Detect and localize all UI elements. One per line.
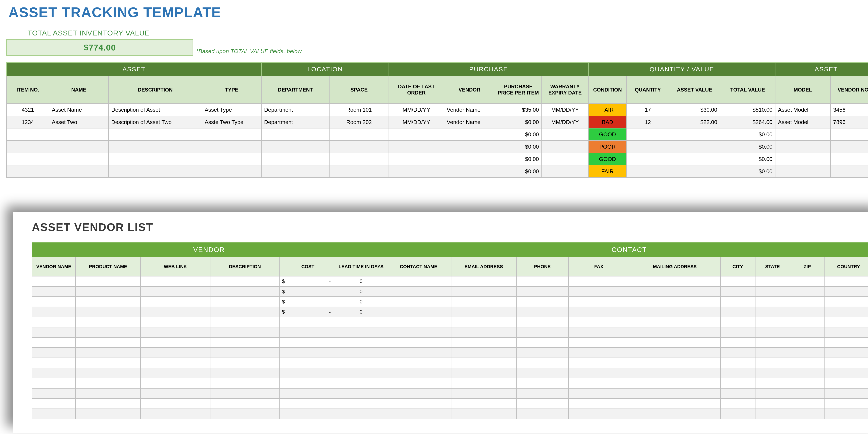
cell-department[interactable] [261,165,329,178]
vhdr-phone[interactable]: PHONE [516,257,568,276]
vendor-cell[interactable] [755,276,790,286]
vendor-cell[interactable] [790,317,825,327]
vendor-cell[interactable] [141,368,210,378]
vendor-cell[interactable] [75,409,141,419]
vendor-cell[interactable] [451,286,516,297]
vendor-cell[interactable] [386,317,451,327]
vendor-cell[interactable] [280,327,336,337]
cell-vendor[interactable]: Vendor Name [444,104,495,116]
vendor-cell[interactable] [210,307,280,317]
cell-total_value[interactable]: $0.00 [720,141,775,153]
cell-quantity[interactable]: 12 [627,116,669,128]
vendor-cell[interactable] [720,317,755,327]
vendor-cell[interactable] [336,337,386,348]
vendor-cell[interactable] [720,348,755,358]
cell-price_per_item[interactable]: $0.00 [495,165,541,178]
vendor-cell[interactable] [629,297,720,307]
cell-price_per_item[interactable]: $0.00 [495,141,541,153]
table-row[interactable]: $-0 [32,297,868,307]
vendor-cell[interactable] [516,297,568,307]
table-row[interactable]: $0.00POOR$0.00 [7,141,868,153]
vendor-cell[interactable] [568,358,629,368]
vendor-cell[interactable] [32,368,75,378]
vendor-cell[interactable] [568,348,629,358]
vendor-cell[interactable] [210,409,280,419]
cell-name[interactable] [49,128,108,141]
cell-space[interactable] [329,141,389,153]
vendor-cell[interactable] [280,317,336,327]
table-row[interactable] [32,409,868,419]
vendor-cell[interactable] [516,378,568,389]
table-row[interactable] [32,358,868,368]
vendor-cell[interactable] [629,409,720,419]
cell-description[interactable] [108,153,202,165]
vendor-cell[interactable] [451,276,516,286]
vendor-cell[interactable] [516,286,568,297]
vendor-cell[interactable] [568,327,629,337]
vendor-cell[interactable] [280,378,336,389]
table-row[interactable] [32,337,868,348]
vhdr-vendor-name[interactable]: VENDOR NAME [32,257,75,276]
vendor-cell[interactable] [280,368,336,378]
vendor-cell[interactable] [210,337,280,348]
table-row[interactable] [32,378,868,389]
vendor-cell[interactable] [629,286,720,297]
vendor-cell[interactable] [755,358,790,368]
vendor-cell[interactable] [336,358,386,368]
vendor-cell[interactable] [280,399,336,409]
vendor-cell[interactable] [32,348,75,358]
vendor-cell[interactable] [568,276,629,286]
vendor-cell[interactable] [141,317,210,327]
vendor-cell[interactable] [516,327,568,337]
vendor-cell[interactable] [451,378,516,389]
vendor-cell[interactable] [75,358,141,368]
table-row[interactable]: $-0 [32,286,868,297]
vendor-cell[interactable] [790,358,825,368]
vendor-cell[interactable] [755,307,790,317]
vhdr-country[interactable]: COUNTRY [825,257,868,276]
vendor-cell[interactable] [720,389,755,399]
vendor-cell[interactable] [568,297,629,307]
vendor-cell[interactable] [386,286,451,297]
vendor-cell[interactable] [755,297,790,307]
cell-warranty_expiry[interactable] [541,141,588,153]
vendor-table[interactable]: VENDOR CONTACT VENDOR NAME PRODUCT NAME … [32,242,868,419]
vendor-cell[interactable] [720,409,755,419]
vendor-cell[interactable] [386,337,451,348]
vendor-cell[interactable] [825,286,868,297]
hdr-type[interactable]: TYPE [202,76,261,104]
vendor-cell[interactable] [629,317,720,327]
cell-quantity[interactable]: 17 [627,104,669,116]
cell-department[interactable] [261,141,329,153]
vendor-cell[interactable] [568,317,629,327]
vhdr-product-name[interactable]: PRODUCT NAME [75,257,141,276]
cell-condition[interactable]: FAIR [588,104,627,116]
vendor-cell[interactable] [516,276,568,286]
vendor-cell[interactable] [75,297,141,307]
vendor-cell[interactable] [336,389,386,399]
vendor-cell[interactable] [790,399,825,409]
vendor-cell[interactable]: 0 [336,297,386,307]
cell-quantity[interactable] [627,153,669,165]
vendor-cell[interactable] [516,317,568,327]
cell-asset_value[interactable] [669,165,720,178]
cell-name[interactable]: Asset Name [49,104,108,116]
vendor-cell[interactable] [386,327,451,337]
vendor-cell[interactable] [32,307,75,317]
table-row[interactable] [32,348,868,358]
vendor-cell[interactable] [75,317,141,327]
vendor-cell[interactable] [720,358,755,368]
cell-model[interactable] [775,141,830,153]
cell-item_no[interactable]: 1234 [7,116,49,128]
vendor-cell[interactable] [75,378,141,389]
asset-table[interactable]: ASSET LOCATION PURCHASE QUANTITY / VALUE… [6,62,868,178]
vendor-cell[interactable] [516,399,568,409]
vhdr-description[interactable]: DESCRIPTION [210,257,280,276]
vendor-cell[interactable] [75,389,141,399]
cell-date_last_order[interactable] [389,165,444,178]
vendor-cell[interactable] [825,276,868,286]
vendor-cell[interactable] [720,297,755,307]
vendor-cell[interactable] [386,348,451,358]
vendor-cell[interactable] [386,409,451,419]
vendor-cell[interactable] [790,337,825,348]
